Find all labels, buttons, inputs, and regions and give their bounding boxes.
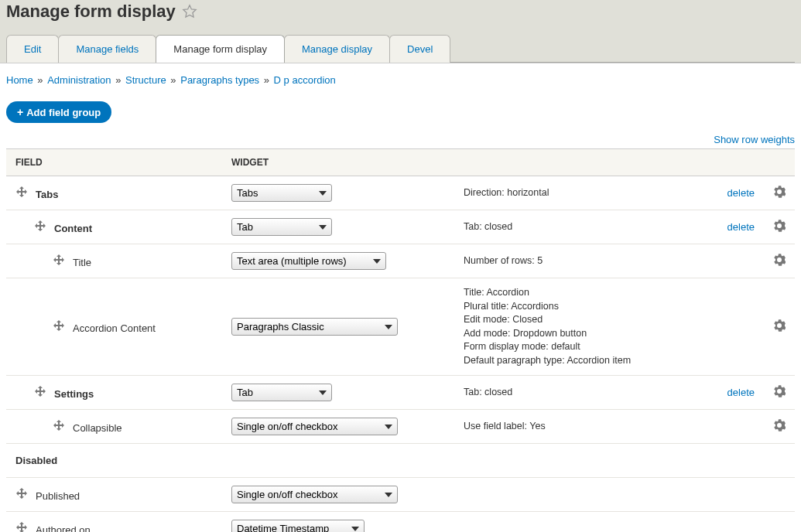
- primary-tabs: EditManage fieldsManage form displayMana…: [6, 34, 795, 63]
- tab-manage-display[interactable]: Manage display: [284, 35, 390, 63]
- svg-rect-3: [37, 225, 43, 227]
- field-label: Authored on: [36, 524, 91, 532]
- table-row: TabsTabsDirection: horizontaldelete: [6, 176, 795, 210]
- table-row: PublishedSingle on/off checkbox: [6, 478, 795, 512]
- gear-icon[interactable]: [773, 254, 786, 266]
- show-row-weights-link[interactable]: Show row weights: [714, 134, 795, 145]
- svg-rect-7: [56, 325, 62, 326]
- delete-link[interactable]: delete: [727, 387, 755, 398]
- breadcrumb-link[interactable]: Paragraphs types: [180, 74, 259, 86]
- tab-edit[interactable]: Edit: [6, 35, 59, 63]
- column-field: FIELD: [6, 149, 222, 176]
- breadcrumb: Home » Administration » Structure » Para…: [6, 74, 795, 86]
- add-field-group-button[interactable]: Add field group: [6, 101, 111, 123]
- svg-rect-5: [56, 259, 62, 261]
- table-row: TitleText area (multiple rows)Number of …: [6, 244, 795, 278]
- drag-handle-icon[interactable]: [53, 319, 65, 332]
- svg-rect-1: [19, 191, 25, 193]
- breadcrumb-link[interactable]: Administration: [47, 74, 111, 86]
- gear-icon[interactable]: [773, 319, 786, 332]
- region-disabled: Disabled: [6, 444, 795, 478]
- gear-icon[interactable]: [773, 186, 786, 198]
- breadcrumb-link[interactable]: Home: [6, 74, 33, 86]
- widget-select[interactable]: Tab: [231, 218, 332, 236]
- column-widget: WIDGET: [222, 149, 454, 176]
- table-row: Accordion ContentParagraphs ClassicTitle…: [6, 278, 795, 376]
- drag-handle-icon[interactable]: [15, 186, 28, 198]
- page-title: Manage form display: [6, 2, 176, 22]
- widget-select[interactable]: Single on/off checkbox: [231, 486, 398, 503]
- delete-link[interactable]: delete: [727, 187, 755, 199]
- tab-manage-form-display[interactable]: Manage form display: [156, 35, 285, 63]
- widget-select[interactable]: Datetime Timestamp: [231, 520, 365, 532]
- field-label: Collapsible: [73, 422, 122, 434]
- widget-select[interactable]: Paragraphs Classic: [231, 318, 398, 336]
- drag-handle-icon[interactable]: [34, 385, 46, 397]
- field-label: Published: [36, 490, 80, 502]
- widget-summary: Tab: closed: [464, 386, 708, 400]
- field-label: Title: [73, 257, 91, 268]
- field-display-table: FIELD WIDGET TabsTabsDirection: horizont…: [6, 148, 795, 532]
- widget-select[interactable]: Single on/off checkbox: [231, 418, 398, 435]
- drag-handle-icon[interactable]: [34, 220, 46, 232]
- drag-handle-icon[interactable]: [53, 419, 65, 431]
- drag-handle-icon[interactable]: [15, 487, 28, 500]
- breadcrumb-link[interactable]: Structure: [125, 74, 166, 86]
- drag-handle-icon[interactable]: [53, 254, 65, 266]
- delete-link[interactable]: delete: [727, 221, 755, 233]
- table-row: SettingsTabTab: closeddelete: [6, 376, 795, 410]
- table-row: CollapsibleSingle on/off checkboxUse fie…: [6, 410, 795, 444]
- star-icon[interactable]: [182, 4, 197, 19]
- drag-handle-icon[interactable]: [15, 521, 28, 532]
- table-row: ContentTabTab: closeddelete: [6, 210, 795, 244]
- gear-icon[interactable]: [773, 385, 786, 397]
- field-label: Content: [54, 223, 92, 234]
- widget-summary: Title: AccordionPlural title: Accordions…: [464, 286, 708, 367]
- field-label: Accordion Content: [73, 322, 156, 334]
- breadcrumb-link[interactable]: D p accordion: [274, 74, 336, 86]
- widget-summary: Tab: closed: [464, 220, 708, 234]
- table-row: Authored onDatetime Timestamp: [6, 512, 795, 533]
- widget-summary: Use field label: Yes: [464, 420, 708, 434]
- svg-rect-15: [19, 527, 25, 528]
- gear-icon[interactable]: [773, 419, 786, 431]
- gear-icon[interactable]: [773, 220, 786, 232]
- field-label: Settings: [54, 388, 94, 400]
- widget-select[interactable]: Tabs: [231, 184, 332, 202]
- svg-rect-11: [56, 425, 62, 426]
- svg-rect-9: [37, 390, 43, 392]
- widget-select[interactable]: Tab: [231, 384, 332, 401]
- tab-manage-fields[interactable]: Manage fields: [58, 35, 156, 63]
- field-label: Tabs: [36, 189, 58, 200]
- widget-summary: Number of rows: 5: [464, 254, 708, 268]
- svg-rect-13: [19, 493, 25, 494]
- tab-devel[interactable]: Devel: [389, 35, 450, 63]
- widget-summary: Direction: horizontal: [464, 186, 708, 200]
- widget-select[interactable]: Text area (multiple rows): [231, 252, 386, 270]
